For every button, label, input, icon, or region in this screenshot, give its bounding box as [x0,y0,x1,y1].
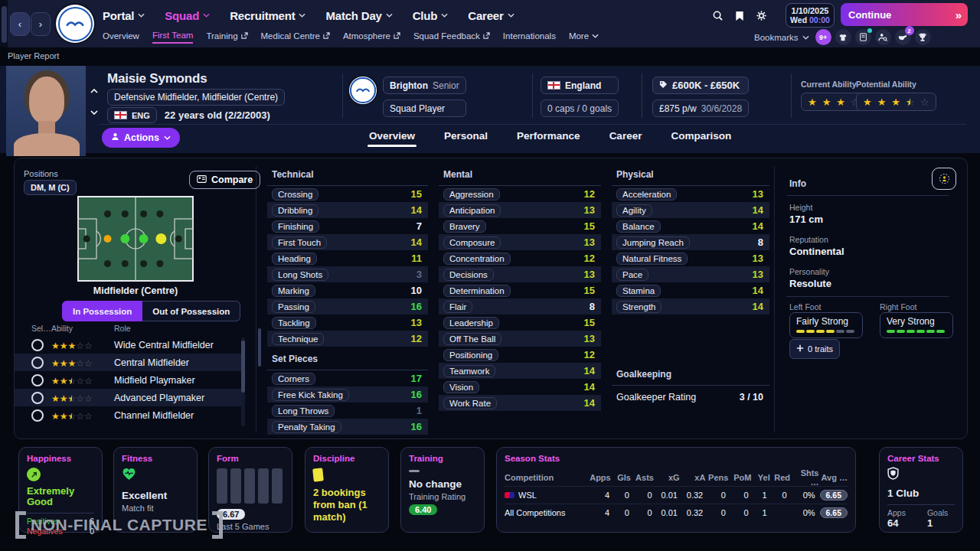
attributes-scrollbar-thumb[interactable] [258,328,261,367]
attribute-row-work-rate[interactable]: Work Rate14 [439,395,601,411]
chevron-up-icon[interactable] [90,83,98,96]
role-row-wide-central-midfielder[interactable]: ★★★☆☆Wide Central Midfielder [15,336,241,354]
in-possession-toggle[interactable]: In Possession [62,301,142,321]
bookmarks-dropdown[interactable]: Bookmarks [754,33,809,42]
subnav-more[interactable]: More [569,31,599,43]
season-stats-row[interactable]: All Competitions4000.010.320010%6.65 [505,504,848,521]
subnav-atmosphere[interactable]: Atmosphere [343,31,400,43]
attribute-row-free-kick-taking[interactable]: Free Kick Taking16 [267,386,428,403]
tab-career[interactable]: Career [608,126,644,148]
scrollbar-thumb[interactable] [241,341,245,393]
subnav-overview[interactable]: Overview [103,31,139,43]
attribute-row-aggression[interactable]: Aggression12 [439,186,601,202]
attribute-row-strength[interactable]: Strength14 [612,298,769,315]
role-row-channel-midfielder[interactable]: ★★☆★☆☆Channel Midfielder [15,406,241,424]
tab-comparison[interactable]: Comparison [669,126,733,148]
pitch-position-map[interactable] [77,196,194,282]
subnav-medical-centre[interactable]: Medical Centre [261,31,330,43]
attribute-row-stamina[interactable]: Stamina14 [612,282,769,298]
attribute-row-positioning[interactable]: Positioning12 [439,347,601,363]
attribute-row-vision[interactable]: Vision14 [439,379,601,395]
club-crest-logo[interactable] [56,5,94,43]
attribute-row-tackling[interactable]: Tackling13 [267,315,428,331]
squad-status-badge[interactable]: Squad Player [383,99,466,117]
nav-squad[interactable]: Squad [165,9,210,22]
attribute-row-determination[interactable]: Determination15 [439,282,601,298]
inbox-icon[interactable]: 9+ [815,29,831,45]
forward-button[interactable]: › [31,12,51,36]
attribute-row-agility[interactable]: Agility14 [612,202,769,218]
nation-badge[interactable]: England [541,77,619,94]
role-select-radio[interactable] [31,357,44,369]
career-stats-card[interactable]: Career Stats 1 Club Apps64 Goals1 [879,447,963,533]
tab-personal[interactable]: Personal [443,126,489,148]
role-row-advanced-playmaker[interactable]: ★★☆★☆☆Advanced Playmaker [15,389,241,406]
subnav-first-team[interactable]: First Team [152,31,193,44]
actions-button[interactable]: Actions [102,128,180,148]
continue-button[interactable]: Continue » [841,3,968,26]
subnav-training[interactable]: Training [206,31,247,43]
attribute-row-long-throws[interactable]: Long Throws1 [267,403,428,419]
edge-scroll-thumb[interactable] [2,6,7,43]
role-list-scrollbar[interactable] [241,337,245,426]
club-badge[interactable]: BrightonSenior [383,77,466,94]
game-date[interactable]: 1/10/2025 Wed 00:00 [786,3,835,28]
attribute-row-passing[interactable]: Passing16 [267,298,428,315]
attribute-row-long-shots[interactable]: Long Shots3 [267,266,428,282]
attribute-row-corners[interactable]: Corners17 [267,370,428,386]
attribute-row-dribbling[interactable]: Dribbling14 [267,202,428,218]
attribute-row-technique[interactable]: Technique12 [267,331,428,347]
attribute-row-concentration[interactable]: Concentration12 [439,250,601,266]
referee-whistle-icon[interactable]: 2 [895,29,911,45]
season-stats-row[interactable]: WSL4000.010.3200100%6.65 [505,486,848,504]
gear-icon[interactable] [756,10,767,24]
traits-button[interactable]: 0 traits [789,339,840,359]
attribute-row-marking[interactable]: Marking10 [267,282,428,298]
attribute-row-crossing[interactable]: Crossing15 [267,186,428,202]
attribute-row-natural-fitness[interactable]: Natural Fitness13 [612,250,769,266]
attribute-row-bravery[interactable]: Bravery15 [439,218,601,234]
role-select-radio[interactable] [31,374,44,386]
nav-match-day[interactable]: Match Day [325,9,392,22]
nav-club[interactable]: Club [413,9,449,22]
attribute-row-off-the-ball[interactable]: Off The Ball13 [439,331,601,347]
tab-overview[interactable]: Overview [368,126,416,148]
role-row-midfield-playmaker[interactable]: ★★☆★☆☆Midfield Playmaker [15,371,241,389]
chevron-down-icon[interactable] [90,104,98,118]
attribute-row-heading[interactable]: Heading11 [267,250,428,266]
attribute-analysis-button[interactable] [932,168,956,190]
shirt-icon[interactable] [835,29,851,45]
role-select-radio[interactable] [31,392,44,404]
role-select-radio[interactable] [31,339,44,351]
attribute-row-anticipation[interactable]: Anticipation13 [439,202,601,218]
player-photo[interactable] [6,66,86,156]
attribute-row-acceleration[interactable]: Acceleration13 [612,186,769,202]
attribute-row-teamwork[interactable]: Teamwork14 [439,363,601,379]
training-card[interactable]: Training No change Training Rating 6.40 [400,447,485,533]
role-select-radio[interactable] [31,409,44,422]
out-of-possession-toggle[interactable]: Out of Possession [142,301,240,321]
role-row-central-midfielder[interactable]: ★★★☆☆Central Midfielder [15,354,241,371]
attribute-row-decisions[interactable]: Decisions13 [439,266,601,282]
season-stats-card[interactable]: Season Stats CompetitionAppsGlsAstsxGxAP… [496,447,856,533]
nav-portal[interactable]: Portal [103,9,145,22]
value-badge[interactable]: £600K - £650K [652,77,749,94]
subnav-internationals[interactable]: Internationals [503,31,556,43]
attribute-row-first-touch[interactable]: First Touch14 [267,234,428,250]
attribute-row-flair[interactable]: Flair8 [439,298,601,315]
attribute-row-penalty-taking[interactable]: Penalty Taking16 [267,419,428,435]
back-button[interactable]: ‹ [10,12,30,36]
attribute-row-leadership[interactable]: Leadership15 [439,315,601,331]
attribute-row-balance[interactable]: Balance14 [612,218,769,234]
trophy-icon[interactable] [915,29,931,45]
attribute-row-pace[interactable]: Pace13 [612,266,769,282]
nav-recruitment[interactable]: Recruitment [230,9,305,22]
tab-performance[interactable]: Performance [515,126,582,148]
attribute-row-finishing[interactable]: Finishing7 [267,218,428,234]
search-icon[interactable] [712,10,724,24]
attribute-row-jumping-reach[interactable]: Jumping Reach8 [612,234,769,250]
scouting-icon[interactable] [875,29,891,45]
bookmark-icon[interactable] [735,11,744,24]
discipline-card[interactable]: Discipline 2 bookings from ban (1 match) [305,447,389,533]
attribute-row-composure[interactable]: Composure13 [439,234,601,250]
